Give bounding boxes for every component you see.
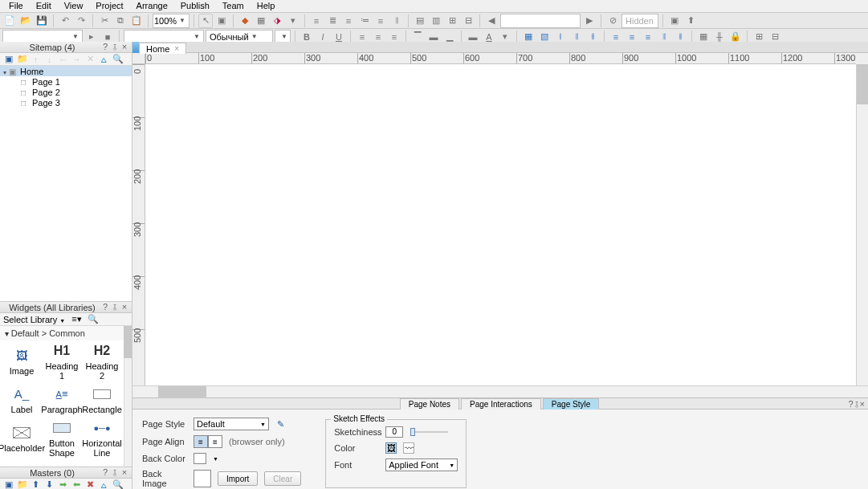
panel-close-icon[interactable]: ×	[120, 42, 128, 52]
widget-rectangle[interactable]: Rectangle	[82, 381, 122, 419]
menu-file[interactable]: File	[2, 0, 30, 12]
sketchiness-input[interactable]: 0	[385, 426, 403, 438]
search-icon[interactable]: 🔍	[112, 54, 123, 64]
widget-heading-1[interactable]: H1Heading 1	[42, 342, 82, 381]
move-up-icon[interactable]: ⬆	[31, 479, 41, 489]
close-tab-icon[interactable]: ×	[174, 44, 179, 53]
hide-icon[interactable]: ⊘	[605, 14, 620, 28]
widget-paragraph[interactable]: A≡Paragraph	[42, 381, 82, 419]
menu-team[interactable]: Team	[216, 0, 251, 12]
send-back-icon[interactable]: ▥	[429, 14, 443, 28]
sketch-font-select[interactable]: Applied Font▼	[385, 458, 458, 471]
menu-help[interactable]: Help	[251, 0, 282, 12]
dropdown-icon[interactable]: ▾	[286, 14, 300, 28]
search-icon[interactable]: 🔍	[88, 314, 99, 324]
widget-image[interactable]: 🖼Image	[2, 342, 42, 381]
undo-icon[interactable]: ↶	[58, 14, 72, 28]
tree-page[interactable]: Page 1	[0, 76, 132, 87]
paste-icon[interactable]: 📋	[129, 14, 144, 28]
dist-icon[interactable]: ⫴	[389, 14, 404, 28]
tab-page-style[interactable]: Page Style	[543, 398, 599, 410]
bring-front-icon[interactable]: ▤	[413, 14, 427, 28]
delete-page-icon[interactable]: ✕	[85, 54, 96, 64]
hidden-box[interactable]: Hidden	[621, 14, 658, 28]
tab-page-notes[interactable]: Page Notes	[400, 398, 459, 410]
tree-root[interactable]: Home	[0, 66, 132, 76]
delete-icon[interactable]: ✖	[85, 479, 96, 489]
panel-close-icon[interactable]: ×	[860, 399, 865, 410]
redo-icon[interactable]: ↷	[74, 14, 88, 28]
move-down-icon[interactable]: ⬇	[44, 479, 55, 489]
panel-close-icon[interactable]: ×	[120, 467, 128, 478]
widget-group-header[interactable]: ▾ Default > Common	[0, 326, 132, 340]
zoom-select[interactable]: 100%▼	[153, 14, 189, 28]
sketchiness-slider[interactable]	[413, 431, 448, 433]
select-library-dd[interactable]: Select Library ▼	[3, 315, 65, 324]
panel-help-icon[interactable]: ?	[101, 42, 109, 52]
tag-icon[interactable]: ⬗	[270, 14, 284, 28]
align-center-button[interactable]: ≡	[208, 435, 222, 448]
menu-view[interactable]: View	[58, 0, 90, 12]
open-icon[interactable]: 📂	[18, 14, 33, 28]
move-down-icon[interactable]: ↓	[44, 54, 55, 64]
cube-icon[interactable]: ◆	[238, 14, 252, 28]
copy-icon[interactable]: ⧉	[113, 14, 128, 28]
tree-page[interactable]: Page 2	[0, 87, 132, 97]
widget-horizontal-line[interactable]: ●─●Horizontal Line	[82, 419, 122, 458]
back-color-dd-icon[interactable]: ▼	[213, 456, 218, 462]
nav-prev-icon[interactable]: ◀	[484, 14, 499, 28]
add-page-icon[interactable]: ▣	[3, 54, 14, 64]
usage-icon[interactable]: 🜂	[99, 479, 109, 489]
bullet-list-icon[interactable]: ≡	[373, 14, 388, 28]
align2-icon[interactable]: ≡	[341, 14, 356, 28]
pointer-icon[interactable]: ↖	[198, 14, 213, 28]
panel-help-icon[interactable]: ?	[101, 467, 109, 478]
widgets-scrollbar[interactable]	[124, 326, 132, 467]
vertical-scrollbar[interactable]	[856, 64, 868, 385]
canvas[interactable]	[145, 64, 856, 385]
panel-pin-icon[interactable]: ⫱	[111, 467, 119, 478]
add-master-icon[interactable]: ▣	[3, 479, 14, 489]
horizontal-scrollbar[interactable]	[145, 386, 856, 397]
widget-button-shape[interactable]: Button Shape	[42, 419, 82, 458]
edit-style-icon[interactable]: ✎	[275, 419, 286, 430]
number-list-icon[interactable]: ≔	[357, 14, 372, 28]
tab-page-interactions[interactable]: Page Interactions	[461, 398, 541, 410]
new-icon[interactable]: 📄	[2, 14, 17, 28]
search-icon[interactable]: 🔍	[112, 479, 123, 489]
preview-icon[interactable]: ▣	[667, 14, 682, 28]
sketch-color-line-icon[interactable]: 〰	[403, 442, 414, 454]
shapes-icon[interactable]: ▦	[254, 14, 268, 28]
publish-icon[interactable]: ⬆	[683, 14, 698, 28]
panel-help-icon[interactable]: ?	[101, 302, 109, 312]
menu-publish[interactable]: Publish	[174, 0, 216, 12]
tree-page[interactable]: Page 3	[0, 97, 132, 108]
indent-icon[interactable]: →	[71, 54, 82, 64]
outdent-icon[interactable]: ➡	[58, 479, 68, 489]
group-icon[interactable]: ⊞	[445, 14, 459, 28]
indent-icon[interactable]: ⬅	[71, 479, 82, 489]
region-icon[interactable]: ▣	[214, 14, 229, 28]
menu-project[interactable]: Project	[89, 0, 129, 12]
widget-label[interactable]: A_Label	[2, 381, 42, 419]
list-view-icon[interactable]: ≡▾	[71, 314, 81, 324]
panel-help-icon[interactable]: ?	[848, 399, 853, 410]
sketch-color-img-icon[interactable]: 🖼	[385, 442, 397, 454]
menu-edit[interactable]: Edit	[30, 0, 58, 12]
tree-icon[interactable]: 🜂	[99, 54, 109, 64]
cut-icon[interactable]: ✂	[97, 14, 112, 28]
panel-close-icon[interactable]: ×	[120, 302, 128, 312]
align-icon[interactable]: ≣	[325, 14, 340, 28]
align-left-icon[interactable]: ≡	[309, 14, 324, 28]
page-style-select[interactable]: Default▼	[194, 418, 269, 430]
panel-pin-icon[interactable]: ⫱	[111, 42, 119, 52]
widget-heading-2[interactable]: H2Heading 2	[82, 342, 122, 381]
horizontal-ruler[interactable]: 0100200300400500600700800900100011001200…	[145, 53, 856, 64]
panel-pin-icon[interactable]: ⫱	[111, 302, 119, 312]
panel-pin-icon[interactable]: ⫱	[855, 399, 858, 410]
save-icon[interactable]: 💾	[35, 14, 49, 28]
menu-arrange[interactable]: Arrange	[130, 0, 174, 12]
move-up-icon[interactable]: ↑	[31, 54, 41, 64]
add-folder-icon[interactable]: 📁	[17, 54, 27, 64]
nav-next-icon[interactable]: ▶	[582, 14, 597, 28]
